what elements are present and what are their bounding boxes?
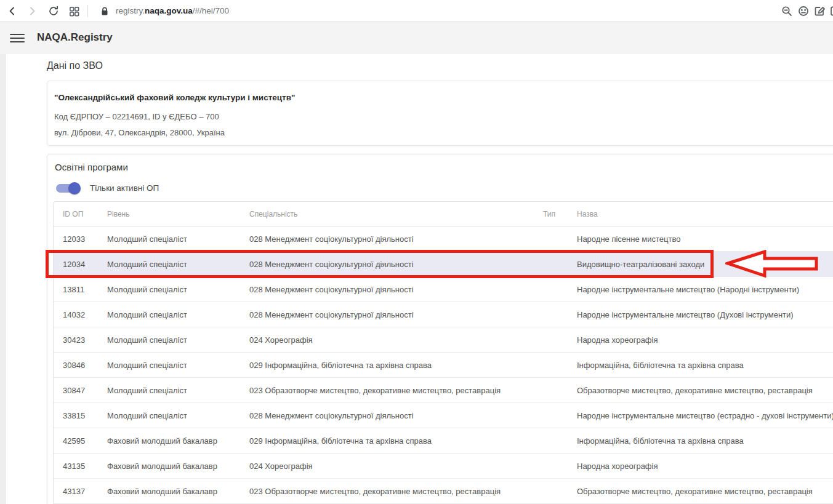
cell-name: Видовищно-театралізовані заходи: [577, 260, 833, 269]
cell-level: Молодший спеціаліст: [107, 335, 249, 345]
institution-name: "Олександрійський фаховий коледж культур…: [54, 93, 295, 102]
cell-id: 30847: [63, 386, 107, 395]
cell-level: Фаховий молодший бакалавр: [107, 487, 249, 496]
table-row[interactable]: 42595 Фаховий молодший бакалавр 029 Інфо…: [54, 428, 833, 454]
cell-level: Фаховий молодший бакалавр: [107, 462, 249, 471]
cell-id: 42595: [63, 436, 107, 446]
cell-specialty: 024 Хореографія: [249, 462, 543, 471]
back-icon[interactable]: [6, 5, 18, 17]
programs-heading: Освітні програми: [55, 162, 128, 172]
cell-name: Інформаційна, бібліотечна та архівна спр…: [577, 436, 833, 446]
cell-specialty: 028 Менеджмент соціокультурної діяльност…: [249, 285, 543, 294]
cell-name: Образотворче мистецтво, декоративне мист…: [577, 487, 833, 496]
cell-level: Фаховий молодший бакалавр: [107, 436, 249, 446]
cell-id: 14032: [63, 310, 107, 319]
institution-codes: Код ЄДРПОУ – 02214691, ID у ЄДЕБО – 700: [54, 112, 219, 121]
cell-name: Інформаційна, бібліотечна та архівна спр…: [577, 361, 833, 370]
toggle-label: Тільки активні ОП: [90, 183, 159, 193]
cell-specialty: 029 Інформаційна, бібліотечна та архівна…: [249, 361, 543, 370]
cell-name: Народна хореографія: [577, 462, 833, 471]
web-capture-icon[interactable]: [813, 5, 826, 17]
url-prefix: registry.: [116, 6, 145, 15]
cropped-icon[interactable]: [829, 5, 833, 17]
address-bar[interactable]: registry.naqa.gov.ua/#/hei/700: [116, 0, 229, 22]
url-path: /#/hei/700: [193, 6, 229, 15]
lock-icon[interactable]: [99, 5, 111, 17]
col-header-name: Назва: [577, 210, 833, 218]
table-row[interactable]: 12034 Молодший спеціаліст 028 Менеджмент…: [54, 252, 833, 277]
cell-level: Молодший спеціаліст: [107, 260, 249, 269]
cell-id: 30423: [63, 335, 107, 345]
toggle-thumb: [68, 182, 81, 194]
table-row[interactable]: 13811 Молодший спеціаліст 028 Менеджмент…: [54, 277, 833, 302]
cell-name: Народне інструментальне мистецтво (Народ…: [577, 285, 833, 294]
cell-id: 43135: [63, 462, 107, 471]
cell-specialty: 028 Менеджмент соціокультурної діяльност…: [249, 260, 543, 269]
table-row[interactable]: 43135 Фаховий молодший бакалавр 024 Хоре…: [54, 454, 833, 479]
url-domain: naqa.gov.ua: [145, 6, 193, 15]
cell-name: Народне інструментальне мистецтво (Духов…: [577, 310, 833, 319]
cell-specialty: 029 Інформаційна, бібліотечна та архівна…: [249, 436, 543, 446]
reload-icon[interactable]: [47, 5, 60, 17]
col-header-type: Тип: [543, 210, 577, 218]
programs-card: Освітні програми Тільки активні ОП ID ОП…: [47, 154, 833, 504]
programs-table: ID ОП Рівень Спеціальність Тип Назва 120…: [53, 201, 833, 504]
cell-specialty: 023 Образотворче мистецтво, декоративне …: [249, 386, 543, 395]
col-header-level: Рівень: [107, 210, 249, 218]
cell-id: 13811: [63, 285, 107, 294]
institution-address: вул. Діброви, 47, Олександрія, 28000, Ук…: [54, 128, 225, 137]
col-header-specialty: Спеціальність: [249, 210, 543, 218]
table-header-row: ID ОП Рівень Спеціальність Тип Назва: [54, 202, 833, 226]
cell-name: Народна хореографія: [577, 335, 833, 345]
app-header: NAQA.Registry: [0, 22, 833, 54]
table-row[interactable]: 30846 Молодший спеціаліст 029 Інформацій…: [54, 353, 833, 378]
cell-specialty: 023 Образотворче мистецтво, декоративне …: [249, 487, 543, 496]
table-row[interactable]: 12033 Молодший спеціаліст 028 Менеджмент…: [54, 226, 833, 252]
browser-toolbar: registry.naqa.gov.ua/#/hei/700: [0, 0, 833, 22]
cell-name: Образотворче мистецтво, декоративне мист…: [577, 386, 833, 395]
table-row[interactable]: 33815 Молодший спеціаліст 028 Менеджмент…: [54, 403, 833, 428]
left-gutter: [0, 54, 6, 504]
cell-level: Молодший спеціаліст: [107, 285, 249, 294]
forward-icon[interactable]: [26, 5, 38, 17]
page-title: Дані по ЗВО: [47, 60, 103, 71]
cell-specialty: 028 Менеджмент соціокультурної діяльност…: [249, 310, 543, 319]
cell-level: Молодший спеціаліст: [107, 411, 249, 420]
cell-id: 30846: [63, 361, 107, 370]
cell-id: 33815: [63, 411, 107, 420]
cell-id: 12034: [63, 260, 107, 269]
cell-specialty: 028 Менеджмент соціокультурної діяльност…: [249, 411, 543, 420]
cell-specialty: 024 Хореографія: [249, 335, 543, 345]
feedback-smiley-icon[interactable]: [797, 5, 810, 17]
table-row[interactable]: 30847 Молодший спеціаліст 023 Образотвор…: [54, 378, 833, 403]
institution-card: "Олександрійський фаховий коледж культур…: [47, 81, 833, 146]
col-header-id: ID ОП: [63, 210, 107, 218]
cell-level: Молодший спеціаліст: [107, 386, 249, 395]
cell-specialty: 028 Менеджмент соціокультурної діяльност…: [249, 234, 543, 244]
app-title: NAQA.Registry: [37, 31, 113, 44]
menu-icon[interactable]: [10, 31, 25, 45]
cell-level: Молодший спеціаліст: [107, 310, 249, 319]
program-rows: 12033 Молодший спеціаліст 028 Менеджмент…: [54, 226, 833, 504]
cell-id: 12033: [63, 234, 107, 244]
cell-name: Народне інструментальне мистецтво (естра…: [577, 411, 833, 420]
table-row[interactable]: 30423 Молодший спеціаліст 024 Хореографі…: [54, 327, 833, 353]
toolbar-divider: [87, 5, 88, 17]
table-row[interactable]: 43137 Фаховий молодший бакалавр 023 Обра…: [54, 479, 833, 504]
cell-id: 43137: [63, 487, 107, 496]
zoom-out-icon[interactable]: [781, 5, 793, 17]
cell-level: Молодший спеціаліст: [107, 361, 249, 370]
cell-name: Народне пісенне мистецтво: [577, 234, 833, 244]
tab-tiles-icon[interactable]: [68, 5, 80, 17]
table-row[interactable]: 14032 Молодший спеціаліст 028 Менеджмент…: [54, 302, 833, 327]
cell-level: Молодший спеціаліст: [107, 234, 249, 244]
active-programs-toggle[interactable]: [56, 182, 81, 194]
